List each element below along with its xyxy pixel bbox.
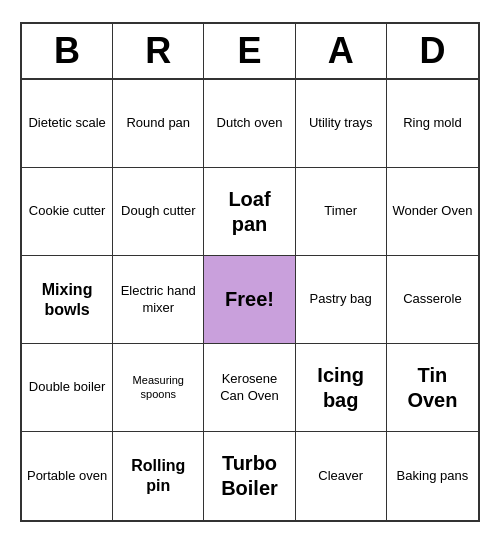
bingo-cell: Round pan xyxy=(113,80,204,168)
bingo-cell: Timer xyxy=(296,168,387,256)
bingo-cell: Baking pans xyxy=(387,432,478,520)
header-letter: B xyxy=(22,24,113,78)
bingo-cell: Casserole xyxy=(387,256,478,344)
bingo-cell: Pastry bag xyxy=(296,256,387,344)
bingo-cell: Free! xyxy=(204,256,295,344)
bingo-cell: Dough cutter xyxy=(113,168,204,256)
header-letter: D xyxy=(387,24,478,78)
bingo-cell: Measuring spoons xyxy=(113,344,204,432)
bingo-cell: Turbo Boiler xyxy=(204,432,295,520)
bingo-grid: Dietetic scaleRound panDutch ovenUtility… xyxy=(22,80,478,520)
header-letter: E xyxy=(204,24,295,78)
bingo-cell: Wonder Oven xyxy=(387,168,478,256)
bingo-cell: Tin Oven xyxy=(387,344,478,432)
bingo-card: BREAD Dietetic scaleRound panDutch ovenU… xyxy=(20,22,480,522)
bingo-cell: Rolling pin xyxy=(113,432,204,520)
bingo-cell: Double boiler xyxy=(22,344,113,432)
bingo-cell: Dietetic scale xyxy=(22,80,113,168)
bingo-cell: Kerosene Can Oven xyxy=(204,344,295,432)
header-letter: R xyxy=(113,24,204,78)
bingo-cell: Electric hand mixer xyxy=(113,256,204,344)
bingo-header: BREAD xyxy=(22,24,478,80)
bingo-cell: Cookie cutter xyxy=(22,168,113,256)
bingo-cell: Utility trays xyxy=(296,80,387,168)
header-letter: A xyxy=(296,24,387,78)
bingo-cell: Portable oven xyxy=(22,432,113,520)
bingo-cell: Loaf pan xyxy=(204,168,295,256)
bingo-cell: Mixing bowls xyxy=(22,256,113,344)
bingo-cell: Dutch oven xyxy=(204,80,295,168)
bingo-cell: Cleaver xyxy=(296,432,387,520)
bingo-cell: Ring mold xyxy=(387,80,478,168)
bingo-cell: Icing bag xyxy=(296,344,387,432)
